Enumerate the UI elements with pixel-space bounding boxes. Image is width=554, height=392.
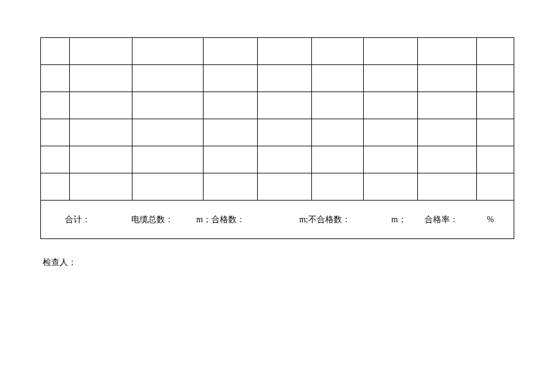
table-cell: [364, 173, 418, 201]
table-cell: [364, 38, 418, 65]
table-cell: [204, 119, 258, 146]
table-cell: [418, 119, 477, 146]
table-cell: [312, 173, 364, 201]
table-cell: [132, 119, 204, 146]
table-cell: [70, 146, 132, 173]
table-cell: [132, 38, 204, 65]
qualified-unit: m;: [299, 215, 308, 225]
table-row: [41, 173, 514, 201]
rate-label: 合格率：: [425, 214, 458, 225]
table-cell: [70, 92, 132, 119]
table-cell: [477, 38, 514, 65]
summary-cell: 合计： 电缆总数： m； 合格数： m; 不合格数： m； 合格率： %: [41, 201, 514, 239]
summary-content: 合计： 电缆总数： m； 合格数： m; 不合格数： m； 合格率： %: [65, 214, 502, 225]
table-cell: [258, 173, 312, 201]
table-cell: [41, 38, 70, 65]
cable-total-unit: m；: [196, 214, 211, 225]
table-row: [41, 92, 514, 119]
table-cell: [132, 92, 204, 119]
inspection-table-container: 合计： 电缆总数： m； 合格数： m; 不合格数： m； 合格率： %: [40, 37, 514, 239]
table-cell: [258, 119, 312, 146]
inspection-table: 合计： 电缆总数： m； 合格数： m; 不合格数： m； 合格率： %: [40, 37, 514, 239]
unqualified-unit: m；: [391, 214, 406, 225]
table-cell: [41, 146, 70, 173]
table-cell: [477, 119, 514, 146]
table-cell: [364, 65, 418, 92]
table-cell: [41, 119, 70, 146]
table-row: [41, 38, 514, 65]
table-cell: [41, 92, 70, 119]
table-cell: [418, 146, 477, 173]
table-cell: [312, 65, 364, 92]
inspector-label: 检查人；: [43, 257, 76, 268]
table-row: [41, 65, 514, 92]
table-cell: [204, 173, 258, 201]
table-cell: [312, 119, 364, 146]
table-cell: [312, 92, 364, 119]
table-cell: [132, 146, 204, 173]
table-cell: [312, 38, 364, 65]
table-cell: [418, 173, 477, 201]
table-cell: [258, 92, 312, 119]
table-cell: [364, 92, 418, 119]
table-cell: [477, 92, 514, 119]
table-row: [41, 146, 514, 173]
table-cell: [204, 65, 258, 92]
total-label: 合计：: [65, 214, 131, 225]
table-cell: [204, 38, 258, 65]
qualified-label: 合格数：: [211, 214, 245, 225]
table-cell: [258, 146, 312, 173]
table-cell: [312, 146, 364, 173]
table-cell: [477, 65, 514, 92]
table-cell: [258, 65, 312, 92]
table-cell: [70, 65, 132, 92]
table-cell: [41, 173, 70, 201]
table-cell: [204, 92, 258, 119]
unqualified-label: 不合格数：: [308, 214, 350, 225]
table-cell: [204, 146, 258, 173]
table-cell: [477, 146, 514, 173]
table-cell: [70, 119, 132, 146]
table-cell: [418, 65, 477, 92]
table-cell: [41, 65, 70, 92]
table-cell: [258, 38, 312, 65]
table-row: [41, 119, 514, 146]
table-cell: [70, 173, 132, 201]
table-cell: [70, 38, 132, 65]
table-cell: [132, 65, 204, 92]
table-cell: [132, 173, 204, 201]
table-cell: [418, 38, 477, 65]
rate-unit: %: [487, 215, 494, 225]
table-cell: [364, 119, 418, 146]
table-cell: [477, 173, 514, 201]
cable-total-label: 电缆总数：: [131, 214, 173, 225]
table-cell: [364, 146, 418, 173]
table-cell: [418, 92, 477, 119]
summary-row: 合计： 电缆总数： m； 合格数： m; 不合格数： m； 合格率： %: [41, 201, 514, 239]
